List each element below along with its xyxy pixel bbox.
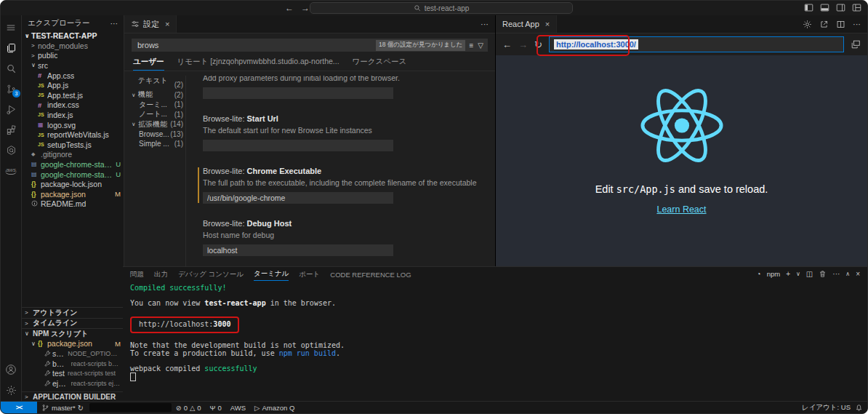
settings-toc-item[interactable]: ∨ 拡張機能(14) [132, 119, 185, 130]
file-reportwebvitals.js[interactable]: JSreportWebVitals.js [22, 130, 124, 140]
file-package.json[interactable]: {}package.jsonM [22, 189, 124, 199]
settings-scope-tab[interactable]: ユーザー [133, 57, 164, 71]
tab-settings[interactable]: 設定 × [124, 15, 177, 33]
toggle-sidebar-icon[interactable] [804, 3, 813, 12]
aws-status-item[interactable]: AWS [226, 404, 250, 412]
setting-value-input[interactable] [203, 244, 393, 256]
file-app.css[interactable]: #App.css [22, 71, 124, 81]
open-in-system-browser-icon[interactable] [851, 39, 861, 49]
settings-scope-tab[interactable]: ワークスペース [353, 57, 407, 71]
account-icon[interactable] [1, 359, 21, 380]
notifications-bell-icon[interactable] [855, 404, 863, 412]
explorer-icon[interactable] [1, 38, 21, 58]
panel-tab-0[interactable]: 問題 [130, 268, 144, 281]
section-timeline[interactable]: > タイムライン [22, 318, 124, 329]
problems-item[interactable]: ⊘ 0 △ 0 [172, 404, 206, 412]
close-icon[interactable]: × [165, 20, 169, 28]
section-outline[interactable]: > アウトライン [22, 307, 124, 318]
file-app.js[interactable]: JSApp.js [22, 80, 124, 90]
panel-tab-1[interactable]: 出力 [154, 268, 168, 281]
settings-search-input[interactable] [136, 40, 376, 50]
explorer-more-icon[interactable]: ··· [110, 19, 118, 28]
url-input[interactable]: http://localhost:3000/ [549, 36, 844, 52]
tab-react-app[interactable]: React App × [496, 15, 557, 33]
terminal-dropdown-icon[interactable]: ∨ [796, 271, 800, 277]
filter-funnel-icon[interactable]: ▽ [478, 41, 483, 49]
file-readme.md[interactable]: README.md [22, 199, 124, 210]
toggle-panel-icon[interactable] [820, 3, 829, 12]
file-public[interactable]: >public [22, 51, 124, 61]
close-panel-icon[interactable]: × [856, 270, 860, 278]
run-debug-icon[interactable] [1, 99, 21, 119]
settings-toc-item[interactable]: ノート...(1) [132, 110, 185, 120]
new-terminal-icon[interactable]: + [786, 270, 790, 278]
project-root-row[interactable]: ∨ TEST-REACT-APP [22, 31, 124, 41]
browser-reload-icon[interactable]: ↻ [534, 40, 542, 49]
npm-script-start[interactable]: start NODE_OPTIONS='... [22, 349, 124, 359]
split-editor-icon[interactable] [836, 20, 845, 29]
panel-tab-4[interactable]: ポート [299, 268, 320, 281]
remote-indicator[interactable]: >< [1, 402, 37, 413]
setting-value-input[interactable] [203, 140, 393, 151]
command-center-search[interactable]: test-react-app [310, 2, 573, 14]
browser-forward-icon[interactable]: → [518, 40, 528, 49]
file-src[interactable]: ∨src [22, 60, 124, 71]
npm-script-test[interactable]: test react-scripts test [22, 368, 124, 378]
aws-view-icon[interactable]: aws [1, 160, 21, 180]
settings-toc-item[interactable]: テキスト ...(2) [132, 80, 185, 90]
settings-toc-item[interactable]: Browse...(13) [132, 130, 185, 140]
file-setuptests.js[interactable]: JSsetupTests.js [22, 140, 124, 150]
editor-actions-more-icon[interactable]: ··· [481, 20, 489, 28]
setting-value-input[interactable] [203, 87, 393, 99]
ports-item[interactable]: Ψ 0 [206, 404, 226, 412]
editor-actions-more-icon[interactable]: ··· [853, 20, 861, 28]
file-index.js[interactable]: JSindex.js [22, 110, 124, 120]
clear-filters-icon[interactable]: ≡ [469, 41, 473, 49]
browser-back-icon[interactable]: ← [502, 40, 512, 49]
amazon-q-view-icon[interactable] [1, 140, 21, 160]
panel-tab-5[interactable]: CODE REFERENCE LOG [330, 268, 411, 280]
panel-tab-2[interactable]: デバッグ コンソール [178, 268, 244, 281]
layout-status-item[interactable]: レイアウト: US [802, 403, 851, 413]
section-npm-scripts[interactable]: ∨ NPM スクリプト [22, 328, 124, 339]
wrench-icon [44, 380, 52, 387]
npm-script-build[interactable]: build react-scripts build [22, 359, 124, 369]
close-icon[interactable]: × [545, 20, 550, 28]
npm-script-eject[interactable]: eject react-scripts eject [22, 378, 124, 389]
extensions-icon[interactable] [1, 119, 21, 140]
browser-settings-gear-icon[interactable] [803, 20, 812, 29]
file-google-chrome-stable-c...[interactable]: ▤google-chrome-stable_c...U [22, 159, 124, 170]
settings-toc-item[interactable]: ターミ...(1) [132, 100, 185, 110]
git-branch-item[interactable]: master* ↻ [37, 404, 88, 412]
panel-more-icon[interactable]: ··· [832, 270, 840, 278]
settings-gear-icon[interactable] [1, 380, 21, 400]
settings-toc-item[interactable]: Simple ...(1) [132, 139, 185, 149]
file-index.css[interactable]: #index.css [22, 100, 124, 111]
menu-icon[interactable] [1, 17, 21, 38]
npm-package-json-row[interactable]: ∨{} package.json M [22, 339, 124, 349]
search-view-icon[interactable] [1, 58, 21, 79]
customize-layout-icon[interactable] [852, 3, 861, 12]
section-application-builder[interactable]: > APPLICATION BUILDER [22, 391, 124, 402]
kill-terminal-icon[interactable] [819, 270, 827, 278]
toggle-secondary-sidebar-icon[interactable] [836, 3, 845, 12]
open-external-icon[interactable] [819, 20, 829, 29]
file-.gitignore[interactable]: ◆.gitignore [22, 150, 124, 160]
terminal-output[interactable]: Compiled successfully! You can now view … [123, 281, 867, 413]
history-back-icon[interactable]: ← [285, 2, 294, 14]
panel-tab-3[interactable]: ターミナル [254, 267, 289, 281]
history-forward-icon[interactable]: → [301, 2, 310, 14]
radio-tower-icon: Ψ [210, 404, 216, 412]
source-control-icon[interactable]: 3 [1, 79, 21, 99]
setting-value-input[interactable] [203, 192, 393, 204]
settings-scope-tab[interactable]: リモート [zjnzqohpvmwbbhd.studio.ap-northe..… [177, 57, 339, 71]
split-terminal-icon[interactable]: ◫ [806, 270, 813, 278]
maximize-panel-icon[interactable]: ∧ [845, 271, 850, 277]
file-node-modules[interactable]: >node_modules [22, 41, 124, 51]
file-logo.svg[interactable]: ▦logo.svg [22, 120, 124, 130]
file-google-chrome-stable-c...[interactable]: ▤google-chrome-stable_c...U [22, 170, 124, 180]
file-package-lock.json[interactable]: {}package-lock.json [22, 179, 124, 189]
amazon-q-status-item[interactable]: ▷ Amazon Q [250, 404, 299, 412]
file-app.test.js[interactable]: JSApp.test.js [22, 90, 124, 100]
learn-react-link[interactable]: Learn React [656, 204, 706, 215]
